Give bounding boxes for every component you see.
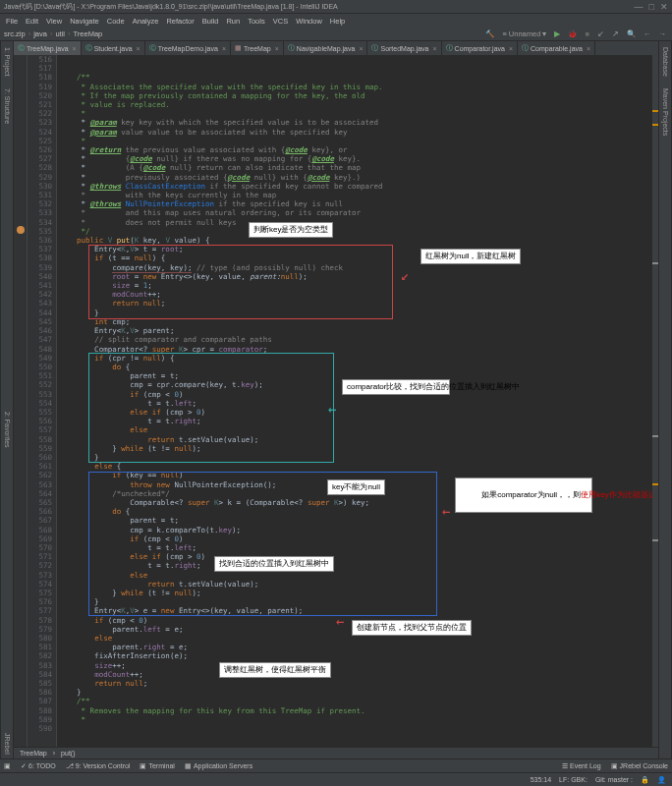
line-number[interactable]: 526 (28, 145, 52, 154)
line-number[interactable]: 582 (28, 651, 52, 660)
code-line[interactable]: // split comparator and comparable paths (59, 335, 658, 344)
code-line[interactable]: /** (59, 73, 658, 82)
line-number[interactable]: 550 (28, 363, 52, 371)
line-number[interactable]: 539 (28, 263, 52, 272)
tw-terminal[interactable]: ▣ Terminal (140, 762, 174, 770)
line-number[interactable]: 542 (28, 290, 52, 299)
file-tab[interactable]: ⒸStudent.java× (82, 41, 145, 55)
line-number[interactable]: 584 (28, 670, 52, 679)
code-line[interactable]: else (59, 425, 658, 434)
menu-vcs[interactable]: VCS (273, 17, 288, 26)
line-number[interactable]: 561 (28, 462, 52, 471)
line-number[interactable]: 575 (28, 589, 52, 597)
code-line[interactable]: size++; (59, 661, 658, 670)
hector-icon[interactable]: 👤 (657, 776, 666, 784)
line-number[interactable]: 532 (28, 199, 52, 208)
code-line[interactable]: parent = t; (59, 516, 658, 525)
code-line[interactable]: t = t.left; (59, 399, 658, 408)
file-tab[interactable]: ⒾNavigableMap.java× (284, 41, 368, 55)
line-number[interactable]: 568 (28, 526, 52, 534)
caret-position[interactable]: 535:14 (531, 776, 551, 783)
vcs-update-icon[interactable]: ↙ (595, 29, 606, 38)
stop-icon[interactable]: ■ (583, 29, 591, 38)
forward-icon[interactable]: → (657, 29, 669, 38)
crumb-3[interactable]: TreeMap (74, 29, 103, 38)
code-line[interactable]: root = new Entry<>(key, value, parent:nu… (59, 272, 658, 281)
file-tab[interactable]: ⒸTreeMapDemo.java× (145, 41, 231, 55)
code-line[interactable]: * @param key key with which the specifie… (59, 118, 658, 127)
line-number[interactable]: 530 (28, 182, 52, 191)
line-number[interactable]: 552 (28, 380, 52, 389)
maximize-icon[interactable]: □ (649, 2, 654, 12)
code-line[interactable]: if (cpr != null) { (59, 354, 658, 363)
line-number[interactable]: 581 (28, 643, 52, 651)
dock-project[interactable]: 1: Project (4, 41, 11, 83)
line-number[interactable]: 538 (28, 253, 52, 262)
code-line[interactable]: else (59, 571, 658, 580)
line-number[interactable]: 533 (28, 208, 52, 217)
code-line[interactable]: * @return the previous value associated … (59, 145, 658, 154)
close-tab-icon[interactable]: × (509, 45, 513, 52)
menu-analyze[interactable]: Analyze (133, 17, 159, 26)
code-line[interactable]: size = 1; (59, 281, 658, 290)
code-line[interactable]: do { (59, 363, 658, 371)
line-number[interactable]: 547 (28, 335, 52, 344)
close-tab-icon[interactable]: × (137, 45, 140, 52)
code-line[interactable]: if (t == null) { (59, 253, 658, 262)
line-number[interactable]: 519 (28, 83, 52, 91)
line-number[interactable]: 536 (28, 236, 52, 245)
code-line[interactable]: t = t.right; (59, 417, 658, 425)
code-line[interactable]: * (59, 137, 658, 145)
code-line[interactable]: */ (59, 227, 658, 236)
line-number[interactable]: 576 (28, 597, 52, 606)
line-number[interactable]: 567 (28, 516, 52, 525)
line-number[interactable]: 560 (28, 453, 52, 462)
breadcrumb[interactable]: src.zip›java›util›TreeMap (4, 29, 102, 38)
dock-maven[interactable]: Maven Projects (662, 83, 669, 141)
bottom-tool-windows[interactable]: ▣ ✓ 6: TODO ⎇ 9: Version Control ▣ Termi… (0, 758, 672, 772)
tw-eventlog[interactable]: ☰ Event Log (562, 762, 601, 770)
line-number[interactable]: 528 (28, 163, 52, 172)
code-line[interactable]: * with the keys currently in the map (59, 191, 658, 199)
line-number[interactable]: 548 (28, 345, 52, 354)
code-line[interactable]: * @throws NullPointerException if the sp… (59, 199, 658, 208)
tw-appservers[interactable]: ▦ Application Servers (185, 762, 252, 770)
code-line[interactable]: else if (cmp > 0) (59, 408, 658, 417)
line-number[interactable]: 534 (28, 218, 52, 227)
close-tab-icon[interactable]: × (275, 45, 279, 52)
line-number[interactable]: 585 (28, 679, 52, 688)
close-tab-icon[interactable]: × (359, 45, 363, 52)
line-number[interactable]: 564 (28, 489, 52, 498)
code-line[interactable]: } (59, 309, 658, 317)
line-number[interactable]: 541 (28, 281, 52, 290)
line-gutter[interactable]: 5165175185195205215225235245255265275285… (28, 55, 57, 747)
line-number[interactable]: 587 (28, 697, 52, 705)
line-number[interactable]: 571 (28, 552, 52, 561)
line-number[interactable]: 559 (28, 444, 52, 453)
line-number[interactable]: 589 (28, 715, 52, 724)
line-number[interactable]: 565 (28, 498, 52, 507)
code-line[interactable]: * @throws ClassCastException if the spec… (59, 182, 658, 191)
code-line[interactable]: cmp = k.compareTo(t.key); (59, 526, 658, 534)
code-line[interactable]: Entry<K,V> parent; (59, 326, 658, 335)
lock-icon[interactable]: 🔒 (641, 776, 649, 784)
encoding[interactable]: LF: GBK: (559, 776, 588, 783)
close-tab-icon[interactable]: × (73, 45, 77, 52)
line-number[interactable]: 569 (28, 534, 52, 543)
line-number[interactable]: 586 (28, 688, 52, 697)
menu-file[interactable]: File (6, 17, 18, 26)
crumb-0[interactable]: src.zip (4, 29, 26, 38)
code-text[interactable]: /** * Associates the specified value wit… (57, 55, 658, 747)
line-number[interactable]: 551 (28, 371, 52, 380)
line-number[interactable]: 580 (28, 634, 52, 643)
line-number[interactable]: 544 (28, 309, 52, 317)
line-number[interactable]: 535 (28, 227, 52, 236)
code-line[interactable]: * {@code null} if there was no mapping f… (59, 154, 658, 163)
menu-help[interactable]: Help (330, 17, 345, 26)
tw-todo[interactable]: ✓ 6: TODO (21, 762, 56, 770)
line-number[interactable]: 570 (28, 543, 52, 552)
line-number[interactable]: 520 (28, 91, 52, 100)
code-line[interactable]: return null; (59, 679, 658, 688)
code-line[interactable]: * value is replaced. (59, 100, 658, 109)
code-line[interactable]: modCount++; (59, 670, 658, 679)
